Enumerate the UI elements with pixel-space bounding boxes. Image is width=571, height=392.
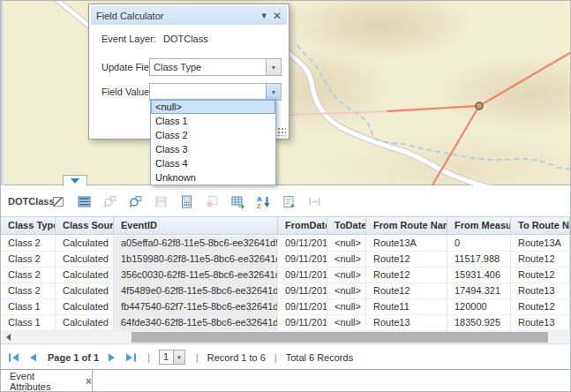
add-records-icon[interactable] [229,193,245,209]
cell: Calculated [56,299,114,314]
last-page-button[interactable] [125,352,137,363]
column-header-fromdate[interactable]: FromDate [278,217,327,234]
total-records-label: Total 6 Records [286,352,353,363]
column-header-todate[interactable]: ToDate [327,217,366,234]
table-toolbar: DOTClass [1,186,570,216]
route-line-faint [289,111,387,115]
column-header-eventid[interactable]: EventID [114,217,278,234]
panel-collapse-tab[interactable] [63,175,87,186]
dialog-titlebar[interactable]: Field Calculator ▾ ✕ [91,6,287,25]
cell: Class 2 [1,268,56,283]
chevron-down-icon [71,178,79,184]
zoom-to-selected-icon[interactable] [101,193,117,209]
separator: | [147,352,150,363]
dropdown-option-class3[interactable]: Class 3 [151,142,275,156]
pan-to-selected-icon[interactable] [127,193,143,209]
chevron-down-icon[interactable]: ▾ [173,351,184,364]
column-header-from-route-name[interactable]: From Route Name [366,217,447,234]
cell: Calculated [56,315,114,330]
cell: 15931.406 [447,268,511,283]
chevron-down-icon[interactable]: ▾ [266,84,281,100]
cell: Route13A [366,236,447,251]
scrollbar-thumb[interactable] [131,332,548,343]
previous-page-button[interactable] [28,352,37,363]
delete-selected-icon[interactable] [204,193,220,209]
event-layer-row: Event Layer: DOTClass [101,34,208,44]
layer-name-label: DOTClass [1,196,49,207]
report-icon[interactable] [281,193,297,209]
resize-grip[interactable] [276,126,286,136]
cell: <null> [327,283,366,298]
bottom-tab-bar: Event Attributes × [1,369,570,391]
minimize-icon[interactable]: ▾ [261,11,267,20]
table-row[interactable]: Class 2 Calculated a05effa0-62f8-11e5-8b… [1,236,570,252]
field-value-select[interactable]: ▾ [149,83,282,101]
cell: fb447540-62f7-11e5-8bc6-ee32641d5ec9 [114,299,278,314]
toolbar-buttons: AZ [50,193,322,209]
next-page-button[interactable] [108,352,116,363]
tab-label: Event Attributes [10,371,76,392]
sort-ascending-icon[interactable]: AZ [255,193,271,209]
cell: Class 2 [1,236,56,251]
table-row[interactable]: Class 2 Calculated 4f5489e0-62f8-11e5-8b… [1,283,570,299]
svg-text:Z: Z [257,202,261,209]
dropdown-option-class2[interactable]: Class 2 [151,128,275,142]
close-icon[interactable]: ✕ [273,11,282,21]
cell: Class 1 [1,315,56,330]
close-icon[interactable]: × [86,376,92,387]
select-features-icon[interactable] [50,193,66,209]
cell: Route12 [366,268,447,283]
table-row[interactable]: Class 1 Calculated 64fde340-62f8-11e5-8b… [1,315,570,331]
application-window: Field Calculator ▾ ✕ Event Layer: DOTCla… [0,0,571,392]
update-field-select[interactable]: Class Type ▾ [149,58,282,76]
record-range-label: Record 1 to 6 [207,352,266,363]
cell: 09/11/2015 [278,268,327,283]
horizontal-scrollbar[interactable] [1,331,570,344]
save-edits-icon[interactable] [153,193,169,209]
cell: 09/11/2015 [278,283,327,298]
cell: Route12 [366,283,447,298]
table-row[interactable]: Class 2 Calculated 1b159980-62f8-11e5-8b… [1,252,570,268]
cell: 120000 [447,299,511,314]
cell: Route13 [366,315,447,330]
page-number-select[interactable]: 1 ▾ [159,350,185,365]
tab-event-attributes[interactable]: Event Attributes × [1,370,93,392]
page-label: Page 1 of 1 [48,352,99,363]
chevron-down-icon[interactable]: ▾ [266,59,281,75]
dropdown-option-class1[interactable]: Class 1 [151,114,275,128]
route-line [387,106,479,111]
cell: <null> [327,299,366,314]
separator: | [196,352,199,363]
cell: Calculated [56,268,114,283]
column-header-class-type[interactable]: Class Type [1,217,56,234]
show-selected-records-icon[interactable] [76,193,92,209]
field-calculator-icon[interactable] [178,193,194,209]
cell: Route13 [511,283,570,298]
table-row[interactable]: Class 2 Calculated 356c0030-62f8-11e5-8b… [1,268,570,283]
column-header-class-source[interactable]: Class Source [56,217,114,234]
column-header-from-measure[interactable]: From Measure [447,217,511,234]
cell: Calculated [56,236,114,251]
cell: 09/11/2015 [278,315,327,330]
fit-columns-icon[interactable] [306,193,322,209]
cell: Route12 [511,268,570,283]
column-header-to-route-name[interactable]: To Route Name [511,217,570,234]
route-line [479,50,570,106]
dialog-title: Field Calculator [96,11,255,21]
scroll-left-icon[interactable] [6,334,11,341]
cell: <null> [327,252,366,267]
cell: 09/11/2015 [278,236,327,251]
table-row[interactable]: Class 1 Calculated fb447540-62f7-11e5-8b… [1,299,570,315]
dropdown-option-unknown[interactable]: Unknown [151,170,275,185]
page-number-value: 1 [160,351,173,364]
first-page-button[interactable] [8,352,19,363]
field-value-value [150,84,266,100]
route-point-marker[interactable] [476,102,483,109]
cell: 64fde340-62f8-11e5-8bc6-ee32641d5ec9 [114,315,278,330]
dropdown-option-class4[interactable]: Class 4 [151,156,275,170]
dock-edge [1,1,4,185]
dropdown-option-null[interactable]: <null> [151,100,275,114]
table-body: Class 2 Calculated a05effa0-62f8-11e5-8b… [1,236,570,331]
update-field-value: Class Type [150,59,266,75]
cell: Route12 [511,252,570,267]
